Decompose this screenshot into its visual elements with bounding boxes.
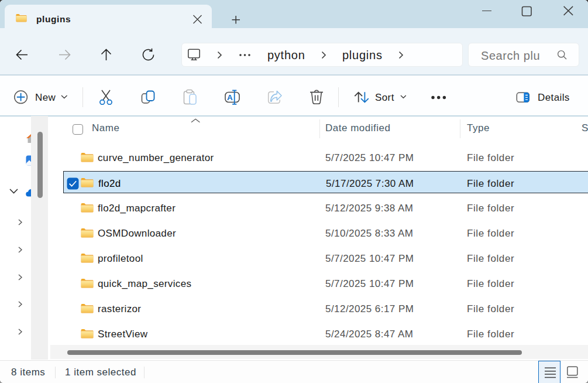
svg-text:A: A (227, 93, 233, 102)
